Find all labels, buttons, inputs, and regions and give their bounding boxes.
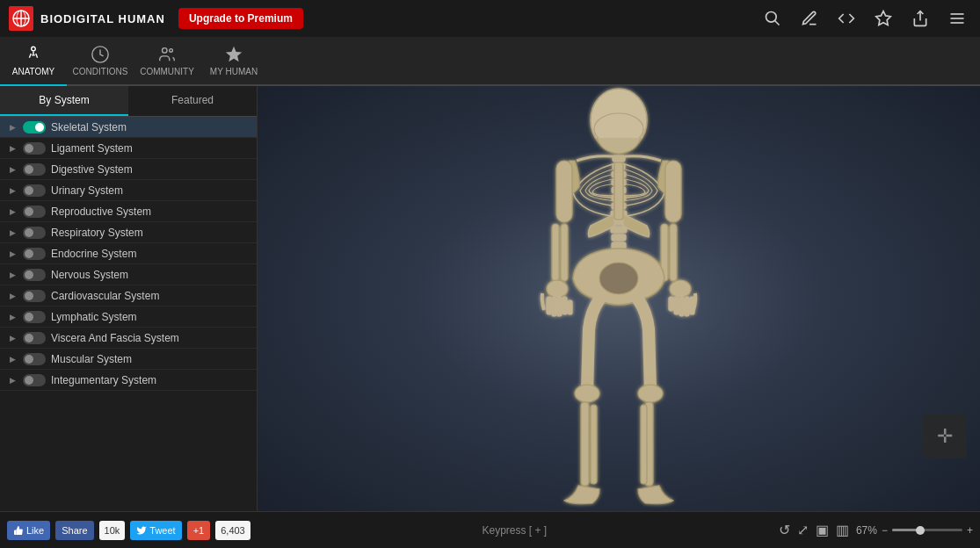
svg-rect-28 [614,162,623,220]
nav-community[interactable]: COMMUNITY [134,37,200,86]
skeleton-model [469,86,768,511]
system-label: Skeletal System [51,121,127,133]
chevron-right-icon[interactable]: ▶ [7,227,18,238]
toggle-off-digestive[interactable] [23,163,46,176]
nav-anatomy[interactable]: ANATOMY [0,37,67,86]
chevron-right-icon[interactable]: ▶ [7,143,18,154]
svg-rect-35 [557,297,562,316]
chevron-right-icon[interactable]: ▶ [7,312,18,322]
toggle-off-muscular[interactable] [23,353,46,365]
zoom-plus[interactable]: + [967,524,973,537]
toggle-off-nervous[interactable] [23,269,46,281]
menu-icon[interactable] [948,10,966,27]
list-item[interactable]: ▶ Integumentary System [0,370,257,391]
chevron-right-icon[interactable]: ▶ [7,354,18,364]
refresh-icon[interactable]: ↺ [779,522,790,538]
square-icon[interactable]: ▣ [816,522,829,538]
share-button[interactable]: Share [55,521,93,540]
toggle-off-endocrine[interactable] [23,248,46,260]
list-item[interactable]: ▶ Cardiovascular System [0,285,257,306]
chevron-right-icon[interactable]: ▶ [7,164,18,175]
system-label: Ligament System [51,142,133,155]
code-icon[interactable] [838,10,855,27]
zoom-slider-track[interactable] [892,529,962,531]
svg-marker-6 [876,11,891,25]
split-icon[interactable]: ▥ [836,522,849,538]
bookmark-icon[interactable] [875,10,892,27]
like-button[interactable]: Like [7,521,50,540]
upgrade-button[interactable]: Upgrade to Premium [178,8,303,29]
gplus-button[interactable]: +1 [187,521,211,540]
chevron-right-icon[interactable]: ▶ [7,333,18,343]
chevron-right-icon[interactable]: ▶ [7,375,18,386]
system-label: Urinary System [51,184,123,197]
external-link-icon[interactable]: ⤢ [797,522,809,538]
svg-rect-26 [612,234,626,241]
toggle-off-cardiovascular[interactable] [23,290,46,302]
sidebar-tabs: By System Featured [0,86,257,117]
toggle-off-integumentary[interactable] [23,374,46,386]
keypress-hint: Keypress [ + ] [256,524,773,537]
list-item[interactable]: ▶ Viscera And Fascia System [0,328,257,349]
svg-rect-27 [612,242,626,249]
toggle-off-ligament[interactable] [23,142,46,155]
chevron-right-icon[interactable]: ▶ [7,270,18,280]
svg-rect-37 [568,300,572,314]
chevron-right-icon[interactable]: ▶ [7,249,18,259]
logo-icon [9,6,33,31]
toggle-off-lymphatic[interactable] [23,311,46,323]
svg-rect-36 [563,297,567,314]
logo-area: BIODIGITAL HUMAN [9,6,165,31]
3d-viewport[interactable]: ✛ [258,86,980,511]
svg-rect-50 [591,405,597,484]
svg-rect-45 [685,297,689,316]
system-label: Integumentary System [51,374,156,386]
list-item[interactable]: ▶ Muscular System [0,349,257,370]
zoom-control: 67% − + [856,524,973,537]
nav-conditions[interactable]: CONDITIONS [67,37,134,86]
search-icon[interactable] [764,10,781,27]
logo-text: BIODIGITAL HUMAN [40,12,165,25]
list-item[interactable]: ▶ Urinary System [0,180,257,201]
toggle-off-viscera[interactable] [23,332,46,344]
system-label: Cardiovascular System [51,290,159,302]
system-list: ▶ Skeletal System ▶ Ligament System ▶ Di… [0,117,257,511]
list-item[interactable]: ▶ Skeletal System [0,117,257,138]
tweet-button[interactable]: Tweet [130,521,181,540]
list-item[interactable]: ▶ Lymphatic System [0,306,257,328]
system-label: Endocrine System [51,248,136,260]
zoom-level: 67% [856,524,877,537]
nav-my-human[interactable]: MY HUMAN [200,37,267,86]
toggle-off-reproductive[interactable] [23,206,46,218]
chevron-right-icon[interactable]: ▶ [7,291,18,301]
svg-rect-49 [581,402,589,486]
chevron-right-icon[interactable]: ▶ [7,122,18,133]
navigation-control[interactable]: ✛ [923,415,967,458]
pencil-icon[interactable] [801,10,818,27]
share-icon[interactable] [911,10,929,27]
svg-point-12 [163,48,168,54]
tab-featured[interactable]: Featured [128,86,257,116]
svg-rect-25 [611,227,627,233]
list-item[interactable]: ▶ Reproductive System [0,201,257,222]
list-item[interactable]: ▶ Respiratory System [0,222,257,243]
list-item[interactable]: ▶ Ligament System [0,138,257,159]
chevron-right-icon[interactable]: ▶ [7,206,18,217]
list-item[interactable]: ▶ Endocrine System [0,243,257,264]
svg-point-41 [670,280,691,298]
toggle-off-urinary[interactable] [23,184,46,197]
svg-point-13 [170,49,173,53]
bottom-bar: Like Share 10k Tweet +1 6,403 Keypress [… [0,511,980,548]
toggle-on-skeletal[interactable] [23,121,46,133]
tab-by-system[interactable]: By System [0,86,128,116]
list-item[interactable]: ▶ Nervous System [0,264,257,285]
svg-point-4 [766,12,777,23]
bottom-right-controls: ↺ ⤢ ▣ ▥ 67% − + [779,522,973,538]
sidebar: By System Featured ▶ Skeletal System ▶ L… [0,86,258,511]
svg-point-11 [32,47,36,51]
chevron-right-icon[interactable]: ▶ [7,185,18,196]
svg-rect-33 [547,297,551,314]
zoom-minus[interactable]: − [882,524,888,537]
list-item[interactable]: ▶ Digestive System [0,159,257,180]
toggle-off-respiratory[interactable] [23,227,46,239]
